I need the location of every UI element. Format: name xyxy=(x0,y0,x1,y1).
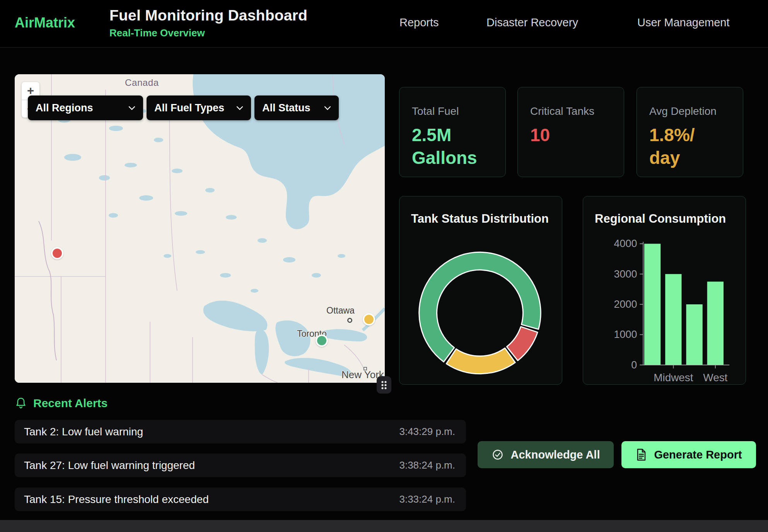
alert-message: Tank 2: Low fuel warning xyxy=(24,426,143,438)
stat-value: 1.8%/day xyxy=(649,124,730,169)
title-block: Fuel Monitoring Dashboard Real-Time Over… xyxy=(109,7,307,39)
alert-row[interactable]: Tank 27: Low fuel warning triggered 3:38… xyxy=(15,454,466,477)
stat-value: 2.5MGallons xyxy=(412,124,493,169)
map-label-canada: Canada xyxy=(125,77,159,88)
tank-marker-green[interactable] xyxy=(316,334,328,347)
alerts-title: Recent Alerts xyxy=(33,397,108,410)
chevron-down-icon xyxy=(324,106,331,110)
stat-card-critical-tanks: Critical Tanks 10 xyxy=(517,87,624,177)
nav-item-reports[interactable]: Reports xyxy=(399,16,439,29)
alert-timestamp: 3:33:24 p.m. xyxy=(399,493,455,505)
dashboard: AirMatrix Fuel Monitoring Dashboard Real… xyxy=(0,0,768,532)
check-circle-icon xyxy=(492,448,504,461)
generate-report-label: Generate Report xyxy=(654,448,742,461)
acknowledge-all-label: Acknowledge All xyxy=(511,448,600,461)
map-label-ottawa: Ottawa xyxy=(326,305,355,316)
status-filter-value: All Status xyxy=(262,102,311,114)
generate-report-button[interactable]: Generate Report xyxy=(621,441,756,468)
ottawa-town-dot xyxy=(347,318,352,323)
fuel-map[interactable]: Canada Ottawa Toronto New York + − All R… xyxy=(15,74,385,383)
svg-text:Midwest: Midwest xyxy=(654,372,693,384)
document-icon xyxy=(635,448,647,461)
fuel-type-filter-select[interactable]: All Fuel Types xyxy=(147,95,251,120)
brand-logo: AirMatrix xyxy=(15,15,75,31)
nav-item-disaster-recovery[interactable]: Disaster Recovery xyxy=(486,16,578,29)
stat-label: Avg Depletion xyxy=(649,105,730,118)
region-filter-select[interactable]: All Regions xyxy=(28,95,143,120)
map-filters: All Regions All Fuel Types All Status xyxy=(28,95,339,120)
fuel-type-filter-value: All Fuel Types xyxy=(154,102,224,114)
chart-title: Tank Status Distribution xyxy=(411,212,549,226)
alert-row[interactable]: Tank 15: Pressure threshold exceeded 3:3… xyxy=(15,488,466,511)
svg-text:West: West xyxy=(703,372,727,384)
alerts-header: Recent Alerts xyxy=(15,397,108,410)
alert-timestamp: 3:38:24 p.m. xyxy=(399,459,455,471)
svg-text:4000: 4000 xyxy=(614,238,637,249)
footer-bar xyxy=(0,520,768,532)
bell-icon xyxy=(15,397,27,410)
tank-status-chart-card: Tank Status Distribution xyxy=(399,196,562,385)
chart-title: Regional Consumption xyxy=(595,212,726,226)
region-filter-value: All Regions xyxy=(36,102,93,114)
svg-text:2000: 2000 xyxy=(614,298,637,310)
chevron-down-icon xyxy=(128,106,135,110)
alert-timestamp: 3:43:29 p.m. xyxy=(399,426,455,438)
stat-value: 10 xyxy=(530,124,611,147)
map-terrain xyxy=(15,74,385,383)
header: AirMatrix Fuel Monitoring Dashboard Real… xyxy=(0,0,768,48)
stat-label: Total Fuel xyxy=(412,105,493,118)
page-subtitle: Real-Time Overview xyxy=(109,27,307,39)
acknowledge-all-button[interactable]: Acknowledge All xyxy=(478,441,614,468)
stat-label: Critical Tanks xyxy=(530,105,611,118)
nav-item-user-management[interactable]: User Management xyxy=(637,16,730,29)
status-filter-select[interactable]: All Status xyxy=(254,95,339,120)
chevron-down-icon xyxy=(236,106,243,110)
stat-card-avg-depletion: Avg Depletion 1.8%/day xyxy=(637,87,743,177)
resize-grip-icon[interactable] xyxy=(377,376,391,394)
tank-marker-red[interactable] xyxy=(51,247,63,259)
tank-marker-yellow[interactable] xyxy=(363,313,375,326)
alert-message: Tank 15: Pressure threshold exceeded xyxy=(24,493,209,506)
regional-consumption-chart-card: Regional Consumption 01000200030004000Mi… xyxy=(583,196,746,385)
svg-text:3000: 3000 xyxy=(614,268,637,280)
svg-text:1000: 1000 xyxy=(614,329,637,340)
new-york-town-dot xyxy=(364,367,367,370)
stat-card-total-fuel: Total Fuel 2.5MGallons xyxy=(399,87,506,177)
page-title: Fuel Monitoring Dashboard xyxy=(109,7,307,24)
svg-text:0: 0 xyxy=(631,359,637,371)
alert-message: Tank 27: Low fuel warning triggered xyxy=(24,459,195,472)
alert-row[interactable]: Tank 2: Low fuel warning 3:43:29 p.m. xyxy=(15,420,466,443)
